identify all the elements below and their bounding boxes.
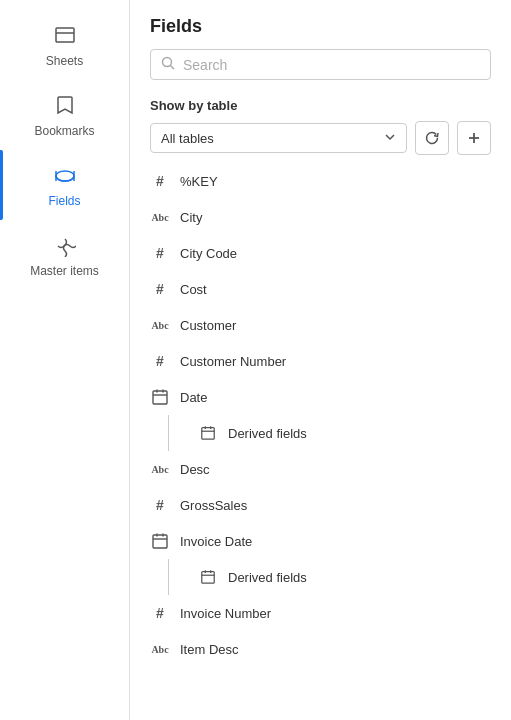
field-item-percent-key[interactable]: # %KEY bbox=[130, 163, 511, 199]
field-item-date[interactable]: Date bbox=[130, 379, 511, 415]
field-item-invoice-date[interactable]: Invoice Date bbox=[130, 523, 511, 559]
search-input[interactable] bbox=[183, 57, 480, 73]
field-name: %KEY bbox=[180, 174, 218, 189]
field-name: Item Desc bbox=[180, 642, 239, 657]
chevron-down-icon bbox=[384, 130, 396, 146]
sheets-icon bbox=[51, 22, 79, 50]
field-item-city-code[interactable]: # City Code bbox=[130, 235, 511, 271]
search-box bbox=[150, 49, 491, 80]
table-controls: All tables bbox=[150, 121, 491, 155]
svg-rect-17 bbox=[153, 535, 167, 548]
calendar-icon bbox=[150, 387, 170, 407]
hash-icon: # bbox=[150, 351, 170, 371]
abc-icon: Abc bbox=[150, 207, 170, 227]
show-by-table-label: Show by table bbox=[150, 98, 491, 113]
field-name: Cost bbox=[180, 282, 207, 297]
field-name: City Code bbox=[180, 246, 237, 261]
table-select-value: All tables bbox=[161, 131, 214, 146]
sidebar-item-fields[interactable]: Fields bbox=[0, 150, 129, 220]
sidebar-item-bookmarks[interactable]: Bookmarks bbox=[0, 80, 129, 150]
field-name: Desc bbox=[180, 462, 210, 477]
calendar-icon bbox=[150, 531, 170, 551]
field-name: Customer bbox=[180, 318, 236, 333]
field-item-city[interactable]: Abc City bbox=[130, 199, 511, 235]
svg-rect-9 bbox=[153, 391, 167, 404]
hash-icon: # bbox=[150, 495, 170, 515]
derived-connector-date: Derived fields bbox=[158, 415, 511, 451]
sidebar-item-master-items-label: Master items bbox=[30, 264, 99, 278]
refresh-button[interactable] bbox=[415, 121, 449, 155]
master-items-icon bbox=[51, 232, 79, 260]
main-panel: Fields Show by table All tables bbox=[130, 0, 511, 720]
field-name: Derived fields bbox=[228, 426, 307, 441]
sidebar: Sheets Bookmarks Fields Master i bbox=[0, 0, 130, 720]
sidebar-item-fields-label: Fields bbox=[48, 194, 80, 208]
field-name: Date bbox=[180, 390, 207, 405]
field-item-customer-number[interactable]: # Customer Number bbox=[130, 343, 511, 379]
derived-connector-invoice-date: Derived fields bbox=[158, 559, 511, 595]
field-name: Invoice Number bbox=[180, 606, 271, 621]
svg-rect-21 bbox=[202, 572, 214, 584]
hash-icon: # bbox=[150, 243, 170, 263]
svg-line-6 bbox=[171, 66, 175, 70]
field-name: Invoice Date bbox=[180, 534, 252, 549]
hash-icon: # bbox=[150, 171, 170, 191]
main-header: Fields bbox=[130, 0, 511, 90]
page-title: Fields bbox=[150, 16, 491, 37]
field-item-item-desc[interactable]: Abc Item Desc bbox=[130, 631, 511, 667]
bookmarks-icon bbox=[51, 92, 79, 120]
svg-rect-0 bbox=[56, 28, 74, 42]
calendar-icon bbox=[198, 567, 218, 587]
hash-icon: # bbox=[150, 279, 170, 299]
show-by-table-section: Show by table All tables bbox=[130, 90, 511, 163]
calendar-icon bbox=[198, 423, 218, 443]
field-item-desc[interactable]: Abc Desc bbox=[130, 451, 511, 487]
table-select-dropdown[interactable]: All tables bbox=[150, 123, 407, 153]
field-item-gross-sales[interactable]: # GrossSales bbox=[130, 487, 511, 523]
field-name: Derived fields bbox=[228, 570, 307, 585]
hash-icon: # bbox=[150, 603, 170, 623]
search-icon bbox=[161, 56, 175, 73]
fields-list: # %KEY Abc City # City Code # Cost Abc C… bbox=[130, 163, 511, 720]
sidebar-item-bookmarks-label: Bookmarks bbox=[34, 124, 94, 138]
svg-point-5 bbox=[163, 58, 172, 67]
field-name: GrossSales bbox=[180, 498, 247, 513]
abc-icon: Abc bbox=[150, 315, 170, 335]
field-name: Customer Number bbox=[180, 354, 286, 369]
abc-icon: Abc bbox=[150, 639, 170, 659]
field-item-derived-invoice-date[interactable]: Derived fields bbox=[178, 559, 511, 595]
add-button[interactable] bbox=[457, 121, 491, 155]
fields-icon bbox=[51, 162, 79, 190]
field-item-cost[interactable]: # Cost bbox=[130, 271, 511, 307]
field-name: City bbox=[180, 210, 202, 225]
field-item-invoice-number[interactable]: # Invoice Number bbox=[130, 595, 511, 631]
svg-rect-13 bbox=[202, 428, 214, 440]
abc-icon: Abc bbox=[150, 459, 170, 479]
sidebar-item-master-items[interactable]: Master items bbox=[0, 220, 129, 290]
field-item-derived-date[interactable]: Derived fields bbox=[178, 415, 511, 451]
sidebar-item-sheets[interactable]: Sheets bbox=[0, 10, 129, 80]
sidebar-item-sheets-label: Sheets bbox=[46, 54, 83, 68]
field-item-customer[interactable]: Abc Customer bbox=[130, 307, 511, 343]
